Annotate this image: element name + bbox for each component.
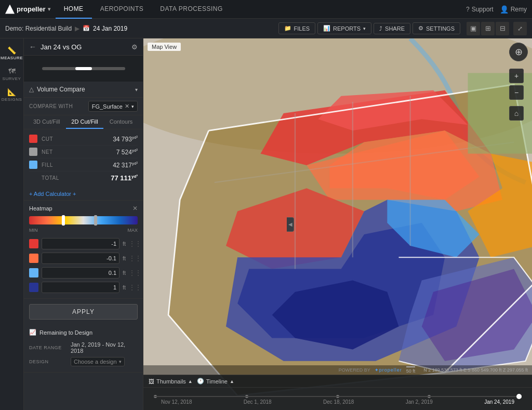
compass-button[interactable]: ⊕ xyxy=(509,43,528,61)
map-area[interactable]: Map View xyxy=(143,38,532,410)
cs-unit-2: ft xyxy=(123,270,126,276)
project-name[interactable]: Demo: Residential Build xyxy=(5,25,72,32)
add-calculator-button[interactable]: + Add Calculator + xyxy=(24,188,143,201)
share-button[interactable]: ⤴ SHARE xyxy=(374,23,410,34)
cs-input-2[interactable] xyxy=(42,267,119,279)
home-button[interactable]: ⌂ xyxy=(509,106,524,121)
reports-button[interactable]: 📊 REPORTS ▾ xyxy=(317,22,371,34)
tab-home[interactable]: HOME xyxy=(56,0,92,19)
sidebar-item-designs[interactable]: 📐 DESIGNS xyxy=(3,85,21,104)
icon-sidebar: 📏 MEASURE 🗺 SURVEY 📐 DESIGNS xyxy=(0,38,24,410)
design-selector[interactable]: Choose a design ▾ xyxy=(71,357,125,366)
view-dual[interactable]: ⊞ xyxy=(481,22,495,35)
heatmap-handle-right[interactable] xyxy=(94,215,97,226)
cs-drag-0[interactable]: ⋮⋮ xyxy=(129,240,141,247)
sidebar-item-survey[interactable]: 🗺 SURVEY xyxy=(3,64,21,83)
fill-value: 42 317yd³ xyxy=(113,161,138,169)
survey-thumb-bar xyxy=(42,67,125,70)
tab-contours[interactable]: Contours xyxy=(104,115,138,129)
view-grid[interactable]: ⊟ xyxy=(496,22,509,35)
logo-dropdown-icon[interactable]: ▾ xyxy=(48,6,50,12)
heatmap-handle-left[interactable] xyxy=(62,215,65,226)
zoom-in-button[interactable]: + xyxy=(509,69,524,83)
cs-drag-1[interactable]: ⋮⋮ xyxy=(129,255,141,262)
current-date[interactable]: 24 Jan 2019 xyxy=(93,25,127,32)
measure-icon: 📏 xyxy=(7,46,16,55)
user-menu[interactable]: 👤 Remy xyxy=(500,5,527,14)
cs-input-3[interactable] xyxy=(42,282,119,293)
help-icon: ? xyxy=(466,6,470,13)
toolbar-buttons: 📁 FILES 📊 REPORTS ▾ ⤴ SHARE ⚙ SETTINGS ▣… xyxy=(278,22,527,35)
help-button[interactable]: ? Support xyxy=(466,6,494,13)
date-range-label: DATE RANGE xyxy=(29,345,66,350)
sidebar-item-measure[interactable]: 📏 MEASURE xyxy=(3,44,21,62)
files-icon: 📁 xyxy=(284,25,291,32)
color-stop-3: ft ⋮⋮ xyxy=(29,281,138,294)
back-button[interactable]: ← xyxy=(29,43,36,51)
cs-unit-1: ft xyxy=(123,255,126,261)
cs-color-2 xyxy=(29,268,38,277)
reports-icon: 📊 xyxy=(323,25,330,32)
cs-drag-3[interactable]: ⋮⋮ xyxy=(129,284,141,291)
main-content: 📏 MEASURE 🗺 SURVEY 📐 DESIGNS ← Jan 24 vs… xyxy=(0,38,532,410)
cs-color-1 xyxy=(29,254,38,263)
heatmap-title: Heatmap xyxy=(29,205,52,211)
compare-value-text: FG_Surface xyxy=(92,103,123,110)
rtd-header: 📈 Remaining to Design xyxy=(29,329,138,336)
thumbnails-label: Thumbnails xyxy=(156,378,186,385)
net-unit: yd³ xyxy=(132,148,138,153)
apply-button[interactable]: APPLY xyxy=(29,304,138,320)
compare-clear-icon[interactable]: ✕ xyxy=(125,103,129,110)
tab-data-processing[interactable]: DATA PROCESSING xyxy=(152,0,231,19)
tab-3d-cutfill[interactable]: 3D Cut/Fill xyxy=(28,115,65,129)
timeline-label-3[interactable]: Jan 2, 2019 xyxy=(406,399,433,405)
support-label: Support xyxy=(472,6,494,13)
timeline-dots xyxy=(154,392,522,395)
timeline-button[interactable]: 🕐 Timeline ▲ xyxy=(197,378,234,385)
timeline-label-4[interactable]: Jan 24, 2019 xyxy=(484,399,514,405)
fill-row: FILL 42 317yd³ xyxy=(29,158,138,171)
panel-collapse-button[interactable]: ◀ xyxy=(287,217,294,232)
files-button[interactable]: 📁 FILES xyxy=(278,22,316,34)
logo-icon xyxy=(5,5,15,14)
cs-input-1[interactable] xyxy=(42,253,119,264)
cs-color-0 xyxy=(29,239,38,248)
map-visualization xyxy=(143,38,532,410)
left-panel: ← Jan 24 vs OG ⚙ △ Volume Compare ▾ COMP… xyxy=(24,38,143,410)
heatmap-close-button[interactable]: ✕ xyxy=(132,205,138,212)
total-unit: yd³ xyxy=(131,174,138,179)
thumbnails-button[interactable]: 🖼 Thumbnails ▲ xyxy=(149,378,193,385)
tab-2d-cutfill[interactable]: 2D Cut/Fill xyxy=(66,115,103,129)
timeline-label-1[interactable]: Dec 1, 2018 xyxy=(244,399,272,405)
panel-settings-icon[interactable]: ⚙ xyxy=(131,43,138,51)
cut-color-swatch xyxy=(29,135,37,143)
top-navigation: propeller ▾ HOME AEROPOINTS DATA PROCESS… xyxy=(0,0,532,19)
timeline-label-0[interactable]: Nov 12, 2018 xyxy=(161,399,192,405)
compare-value-selector[interactable]: FG_Surface ✕ ▾ xyxy=(88,101,138,112)
reports-dropdown-icon: ▾ xyxy=(363,26,366,31)
cs-color-3 xyxy=(29,283,38,292)
remaining-to-design-section: 📈 Remaining to Design DATE RANGE Jan 2, … xyxy=(24,325,143,373)
cutfill-tabs: 3D Cut/Fill 2D Cut/Fill Contours xyxy=(24,115,143,129)
cs-input-0[interactable] xyxy=(42,238,119,249)
cutfill-table: CUT 34 793yd³ NET 7 524yd³ FILL xyxy=(24,129,143,188)
app-logo[interactable]: propeller ▾ xyxy=(5,5,50,14)
zoom-out-button[interactable]: − xyxy=(509,85,524,100)
section-dropdown-icon: ▾ xyxy=(135,87,138,92)
settings-button[interactable]: ⚙ SETTINGS xyxy=(413,22,460,34)
heatmap-minmax: MIN MAX xyxy=(29,228,138,233)
cs-drag-2[interactable]: ⋮⋮ xyxy=(129,269,141,276)
files-label: FILES xyxy=(294,25,310,32)
cs-unit-3: ft xyxy=(123,284,126,290)
settings-label: SETTINGS xyxy=(426,25,455,32)
tab-aeropoints[interactable]: AEROPOINTS xyxy=(92,0,152,19)
timeline-track[interactable]: Nov 12, 2018 Dec 1, 2018 Dec 18, 2018 Ja… xyxy=(143,388,532,409)
survey-icon: 🗺 xyxy=(8,67,16,75)
total-value: 77 111yd³ xyxy=(111,174,138,182)
fill-color-swatch xyxy=(29,161,37,169)
view-single[interactable]: ▣ xyxy=(467,22,480,35)
fullscreen-button[interactable]: ⤢ xyxy=(513,22,527,35)
volume-compare-header[interactable]: △ Volume Compare ▾ xyxy=(24,82,143,98)
timeline-label-2[interactable]: Dec 18, 2018 xyxy=(323,399,354,405)
reports-label: REPORTS xyxy=(333,25,361,32)
